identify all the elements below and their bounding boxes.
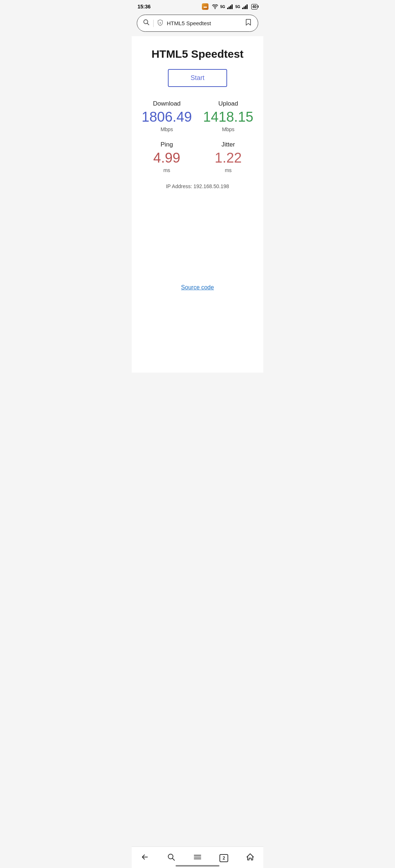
- jitter-metric: Jitter 1.22 ms: [200, 141, 256, 173]
- download-label: Download: [139, 100, 195, 107]
- ping-metric: Ping 4.99 ms: [139, 141, 195, 173]
- download-value: 1806.49: [139, 110, 195, 125]
- svg-marker-5: [246, 19, 251, 25]
- upload-value: 1418.15: [200, 110, 256, 125]
- search-icon: [143, 19, 150, 27]
- download-metric: Download 1806.49 Mbps: [139, 100, 195, 132]
- source-code-link[interactable]: Source code: [139, 284, 256, 291]
- ping-label: Ping: [139, 141, 195, 148]
- signal-bars-2: [242, 4, 248, 9]
- battery-icon: 40: [251, 4, 257, 9]
- svg-line-2: [147, 23, 149, 25]
- ping-value: 4.99: [139, 151, 195, 166]
- 5g-icon-2: 5G: [236, 5, 240, 9]
- upload-metric: Upload 1418.15 Mbps: [200, 100, 256, 132]
- app-notification-icon: ▬: [202, 3, 208, 10]
- status-time: 15:36: [138, 4, 151, 9]
- security-icon: [157, 19, 163, 27]
- metrics-grid: Download 1806.49 Mbps Upload 1418.15 Mbp…: [139, 100, 256, 173]
- 5g-icon-1: 5G: [220, 5, 225, 9]
- jitter-label: Jitter: [200, 141, 256, 148]
- status-icons: ▬ 5G 5G 40: [202, 3, 257, 10]
- download-unit: Mbps: [139, 126, 195, 132]
- address-divider: [153, 20, 154, 27]
- ip-address: IP Address: 192.168.50.198: [139, 183, 256, 189]
- ping-unit: ms: [139, 167, 195, 173]
- address-text[interactable]: HTML5 Speedtest: [167, 20, 241, 26]
- address-bar[interactable]: HTML5 Speedtest: [137, 15, 258, 32]
- svg-point-0: [215, 8, 215, 9]
- upload-label: Upload: [200, 100, 256, 107]
- wifi-icon: [212, 4, 218, 9]
- spacer: [139, 204, 256, 284]
- jitter-unit: ms: [200, 167, 256, 173]
- upload-unit: Mbps: [200, 126, 256, 132]
- address-bar-container: HTML5 Speedtest: [132, 12, 263, 36]
- start-button[interactable]: Start: [168, 69, 227, 87]
- main-content: HTML5 Speedtest Start Download 1806.49 M…: [132, 36, 263, 373]
- page-title: HTML5 Speedtest: [139, 48, 256, 60]
- status-bar: 15:36 ▬ 5G 5G: [132, 0, 263, 12]
- signal-bars-1: [227, 4, 233, 9]
- bookmark-icon[interactable]: [245, 19, 252, 28]
- jitter-value: 1.22: [200, 151, 256, 166]
